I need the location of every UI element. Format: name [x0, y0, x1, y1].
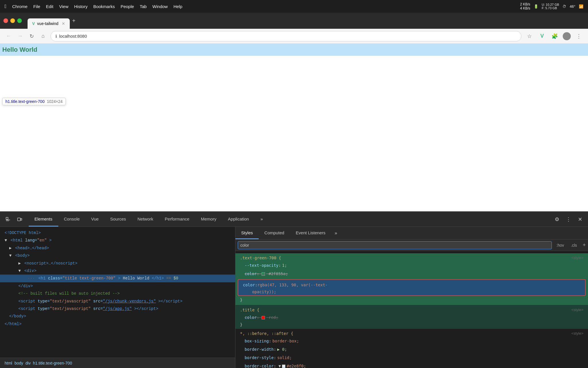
dom-line-head[interactable]: ▶ <head>…</head> — [0, 244, 235, 252]
menubar-chrome[interactable]: Chrome — [12, 4, 28, 9]
breadcrumb-html[interactable]: html — [5, 361, 12, 365]
active-tab[interactable]: V vue-tailwind ✕ — [28, 18, 70, 29]
devtools-more-button[interactable]: ⋮ — [564, 215, 573, 224]
css-prop-color-strikethrough[interactable]: color: #2f855a; — [235, 270, 588, 278]
styles-filter-input[interactable] — [238, 241, 552, 249]
css-source[interactable]: <style> — [571, 256, 583, 260]
styles-filter-bar: :hov .cls + — [235, 239, 588, 251]
breadcrumb-h1[interactable]: h1.title.text-green-700 — [33, 361, 72, 365]
dom-line-app-script[interactable]: <script type="text/javascript" src="/js/… — [0, 305, 235, 313]
expand-arrow-icon: ▼ — [9, 253, 11, 258]
element-inspector-button[interactable] — [3, 215, 13, 224]
forward-button[interactable]: → — [16, 32, 24, 40]
chrome-titlebar: V vue-tailwind ✕ + — [0, 13, 588, 29]
dom-line-html-close[interactable]: </html> — [0, 320, 235, 328]
css-source-universal[interactable]: <style> — [571, 331, 583, 336]
styles-tab-styles[interactable]: Styles — [235, 227, 259, 239]
menubar-view[interactable]: View — [59, 4, 68, 9]
maximize-button[interactable] — [17, 18, 22, 23]
menubar-people[interactable]: People — [121, 4, 134, 9]
url-bar[interactable]: ℹ localhost:8080 — [51, 31, 521, 41]
address-right-buttons: ☆ V 🧩 ⋮ — [525, 32, 583, 41]
css-selector-title[interactable]: .title { — [240, 308, 259, 312]
color-swatch-red[interactable] — [262, 316, 265, 319]
color-swatch-green[interactable] — [262, 272, 265, 276]
macos-menubar:  Chrome File Edit View History Bookmark… — [0, 0, 588, 13]
dom-line-body-close[interactable]: </body> — [0, 313, 235, 320]
tab-more[interactable]: » — [255, 212, 268, 227]
menubar-file[interactable]: File — [33, 4, 40, 9]
css-selector[interactable]: .text-green-700 { — [240, 256, 281, 260]
menubar-help[interactable]: Help — [173, 4, 182, 9]
css-prop-color-rgba[interactable]: color : rgba(47, 133, 90, var(--text- — [238, 281, 585, 289]
css-prop-color-rgba-cont: opacity)); — [238, 290, 585, 294]
tab-network[interactable]: Network — [132, 212, 159, 227]
dom-tree[interactable]: <!DOCTYPE html> ▼ <html lang="en" > ▶ <h… — [0, 227, 235, 358]
minimize-button[interactable] — [10, 18, 15, 23]
tab-sources[interactable]: Sources — [105, 212, 132, 227]
css-prop-title-color[interactable]: color: red; — [235, 313, 588, 322]
styles-tab-event-listeners[interactable]: Event Listeners — [290, 227, 331, 239]
css-prop-text-opacity[interactable]: --text-opacity : 1; — [235, 261, 588, 270]
css-prop-border-color[interactable]: border-color : ▼ #e2e8f0; — [235, 362, 588, 368]
menubar-tab[interactable]: Tab — [140, 4, 147, 9]
extensions-button[interactable]: 🧩 — [550, 32, 559, 41]
back-button[interactable]: ← — [5, 32, 13, 40]
pseudo-filter-button[interactable]: :hov — [554, 242, 566, 248]
css-rule-universal-header: *, ::before, ::after { <style> — [235, 330, 588, 337]
chrome-menu-button[interactable]: ⋮ — [574, 32, 583, 41]
dom-line-html[interactable]: ▼ <html lang="en" > — [0, 237, 235, 244]
css-prop-border-width[interactable]: border-width : ▶ 0; — [235, 345, 588, 354]
tab-performance[interactable]: Performance — [159, 212, 195, 227]
home-button[interactable]: ⌂ — [39, 32, 47, 40]
css-prop-box-sizing[interactable]: box-sizing : border-box; — [235, 337, 588, 345]
expand-arrow-icon: ▼ — [5, 238, 7, 243]
reload-button[interactable]: ↻ — [28, 32, 36, 40]
css-source-title[interactable]: <style> — [571, 308, 583, 312]
tab-console[interactable]: Console — [58, 212, 86, 227]
tab-memory[interactable]: Memory — [195, 212, 222, 227]
battery-icon: 🔋 — [534, 4, 538, 9]
css-rule-universal: *, ::before, ::after { <style> box-sizin… — [235, 329, 588, 368]
memory-info: U: 10.27 GBF: 5.73 GB — [542, 3, 559, 10]
close-button[interactable] — [3, 18, 8, 23]
styles-tab-computed[interactable]: Computed — [259, 227, 290, 239]
breadcrumb-div[interactable]: div — [26, 361, 31, 365]
color-swatch-border[interactable] — [282, 365, 285, 368]
tab-close-button[interactable]: ✕ — [62, 21, 65, 26]
vuejs-extension-button[interactable]: V — [537, 32, 547, 41]
dom-line-vendors-script[interactable]: <script type="text/javascript" src="/js/… — [0, 298, 235, 305]
breadcrumb-body[interactable]: body — [14, 361, 23, 365]
dom-line-div[interactable]: ▼ <div> — [0, 267, 235, 275]
dom-panel: <!DOCTYPE html> ▼ <html lang="en" > ▶ <h… — [0, 227, 235, 368]
menubar-history[interactable]: History — [74, 4, 88, 9]
cls-filter-button[interactable]: .cls — [568, 242, 579, 248]
css-rule-text-green-700: .text-green-700 { <style> --text-opacity… — [235, 253, 588, 305]
tab-vue[interactable]: Vue — [86, 212, 105, 227]
wifi-icon: 📶 — [579, 4, 583, 9]
dom-line-h1[interactable]: ··· <h1 class="title text-green-700" > H… — [0, 275, 235, 282]
new-tab-button[interactable]: + — [72, 18, 76, 24]
menubar-bookmarks[interactable]: Bookmarks — [93, 4, 115, 9]
tab-application[interactable]: Application — [222, 212, 255, 227]
dom-line-noscript[interactable]: ▶ <noscript>…</noscript> — [0, 260, 235, 267]
styles-tab-more[interactable]: » — [331, 227, 341, 239]
css-prop-border-style[interactable]: border-style : solid; — [235, 354, 588, 362]
tab-elements[interactable]: Elements — [29, 212, 58, 227]
menubar-window[interactable]: Window — [152, 4, 168, 9]
bookmark-button[interactable]: ☆ — [525, 32, 534, 41]
devtools-close-button[interactable]: ✕ — [575, 215, 585, 224]
tab-title: vue-tailwind — [37, 21, 58, 26]
devtools-icon-buttons — [3, 215, 24, 224]
css-selector-universal[interactable]: *, ::before, ::after { — [240, 331, 293, 336]
avatar[interactable] — [563, 32, 571, 40]
add-style-button[interactable]: + — [583, 242, 586, 248]
dom-line-div-close[interactable]: </div> — [0, 282, 235, 290]
tab-bar: V vue-tailwind ✕ + — [28, 13, 76, 29]
apple-menu[interactable]:  — [5, 3, 7, 9]
devtools-settings-button[interactable]: ⚙ — [552, 215, 562, 224]
dom-line-body[interactable]: ▼ <body> — [0, 252, 235, 259]
device-toolbar-button[interactable] — [15, 215, 24, 224]
css-rule-header: .text-green-700 { <style> — [235, 254, 588, 261]
menubar-edit[interactable]: Edit — [46, 4, 53, 9]
